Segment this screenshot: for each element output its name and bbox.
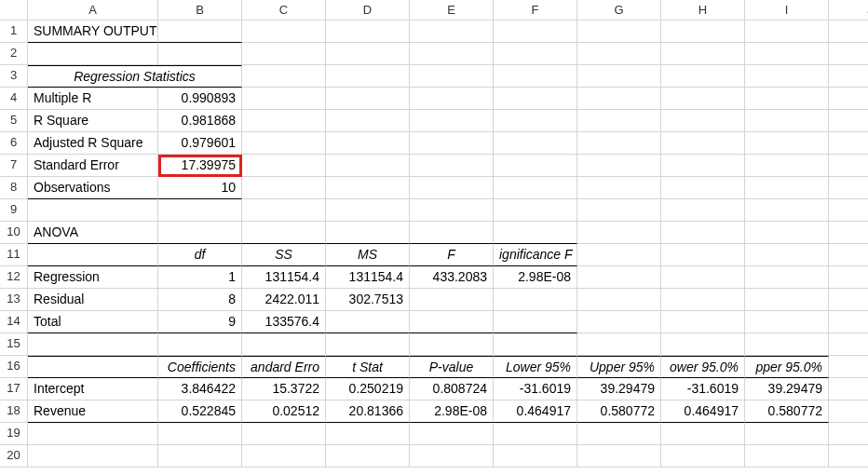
row-header[interactable]: 8 [0, 177, 28, 199]
cell[interactable] [745, 199, 829, 222]
cell[interactable] [326, 423, 410, 445]
coef-value[interactable]: 20.81366 [326, 400, 410, 423]
row-header[interactable]: 13 [0, 289, 28, 311]
row-header[interactable]: 3 [0, 65, 28, 88]
cell[interactable] [242, 333, 326, 356]
stat-value[interactable]: 0.990893 [158, 88, 242, 110]
cell[interactable] [494, 43, 577, 65]
cell[interactable] [745, 423, 829, 445]
row-header[interactable]: 15 [0, 333, 28, 356]
col-header[interactable]: B [158, 0, 242, 20]
stat-label[interactable]: Standard Error [28, 155, 158, 177]
cell[interactable] [28, 445, 158, 468]
cell[interactable] [326, 177, 410, 199]
col-header[interactable]: F [494, 0, 577, 20]
cell[interactable] [577, 445, 661, 468]
anova-value[interactable] [494, 311, 577, 333]
cell[interactable] [577, 65, 661, 88]
cell[interactable] [829, 378, 868, 400]
cell[interactable] [410, 222, 494, 244]
row-header[interactable]: 10 [0, 222, 28, 244]
stat-value[interactable]: 10 [158, 177, 242, 199]
coef-value[interactable]: 39.29479 [577, 378, 661, 400]
cell[interactable] [577, 311, 661, 333]
cell[interactable] [410, 43, 494, 65]
stat-label[interactable]: R Square [28, 110, 158, 132]
coef-value[interactable]: 0.250219 [326, 378, 410, 400]
cell[interactable] [494, 155, 577, 177]
cell[interactable] [28, 356, 158, 378]
row-header[interactable]: 19 [0, 423, 28, 445]
cell[interactable] [829, 333, 868, 356]
row-header[interactable]: 9 [0, 199, 28, 222]
summary-title[interactable]: SUMMARY OUTPUT [28, 20, 158, 43]
cell[interactable] [661, 445, 745, 468]
coef-header[interactable]: Upper 95% [577, 356, 661, 378]
cell[interactable] [326, 20, 410, 43]
cell[interactable] [577, 155, 661, 177]
coef-value[interactable]: 0.580772 [577, 400, 661, 423]
cell[interactable] [745, 333, 829, 356]
stat-value[interactable]: 0.981868 [158, 110, 242, 132]
cell[interactable] [745, 132, 829, 155]
cell[interactable] [494, 20, 577, 43]
anova-value[interactable]: 131154.4 [242, 266, 326, 289]
cell[interactable] [745, 155, 829, 177]
anova-row-label[interactable]: Total [28, 311, 158, 333]
cell[interactable] [28, 43, 158, 65]
row-header[interactable]: 2 [0, 43, 28, 65]
cell[interactable] [242, 43, 326, 65]
cell[interactable] [661, 110, 745, 132]
cell[interactable] [745, 43, 829, 65]
cell[interactable] [494, 65, 577, 88]
cell[interactable] [829, 222, 868, 244]
row-header[interactable]: 5 [0, 110, 28, 132]
cell[interactable] [829, 132, 868, 155]
cell[interactable] [326, 110, 410, 132]
cell[interactable] [410, 110, 494, 132]
cell[interactable] [242, 177, 326, 199]
cell[interactable] [577, 199, 661, 222]
row-header[interactable]: 12 [0, 266, 28, 289]
cell[interactable] [326, 199, 410, 222]
cell[interactable] [242, 65, 326, 88]
coef-header[interactable]: t Stat [326, 356, 410, 378]
cell[interactable] [326, 155, 410, 177]
row-header[interactable]: 6 [0, 132, 28, 155]
cell[interactable] [661, 423, 745, 445]
cell[interactable] [158, 199, 242, 222]
cell[interactable] [745, 244, 829, 266]
anova-value[interactable]: 302.7513 [326, 289, 410, 311]
row-header[interactable]: 4 [0, 88, 28, 110]
cell[interactable] [242, 445, 326, 468]
cell[interactable] [242, 20, 326, 43]
coef-header[interactable]: pper 95.0% [745, 356, 829, 378]
anova-col-ss[interactable]: SS [242, 244, 326, 266]
anova-value[interactable]: 2422.011 [242, 289, 326, 311]
col-header[interactable]: A [28, 0, 158, 20]
anova-col-ms[interactable]: MS [326, 244, 410, 266]
regstats-header[interactable]: Regression Statistics [28, 65, 242, 88]
cell[interactable] [28, 423, 158, 445]
col-header[interactable]: E [410, 0, 494, 20]
coef-value[interactable]: 0.808724 [410, 378, 494, 400]
col-header[interactable]: J [829, 0, 868, 20]
cell[interactable] [158, 43, 242, 65]
cell[interactable] [745, 311, 829, 333]
anova-value[interactable]: 133576.4 [242, 311, 326, 333]
cell[interactable] [829, 311, 868, 333]
cell[interactable] [577, 333, 661, 356]
row-header[interactable]: 7 [0, 155, 28, 177]
cell[interactable] [661, 266, 745, 289]
cell[interactable] [661, 43, 745, 65]
col-header[interactable]: H [661, 0, 745, 20]
coef-value[interactable]: 0.464917 [661, 400, 745, 423]
cell[interactable] [661, 222, 745, 244]
cell[interactable] [410, 445, 494, 468]
stat-label[interactable]: Multiple R [28, 88, 158, 110]
cell[interactable] [326, 43, 410, 65]
coef-value[interactable]: 3.846422 [158, 378, 242, 400]
cell[interactable] [242, 199, 326, 222]
anova-col-df[interactable]: df [158, 244, 242, 266]
cell[interactable] [410, 155, 494, 177]
